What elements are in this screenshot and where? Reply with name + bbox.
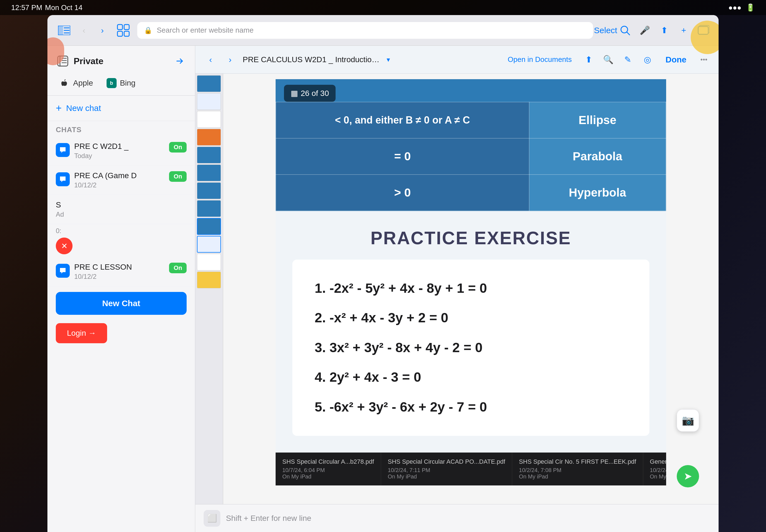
- ipad-frame: ‹ › 🔒 Search or enter website name Selec…: [47, 15, 719, 532]
- slide-thumb-11[interactable]: [197, 254, 221, 270]
- chat-title-1: PRE C W2D1 _: [74, 142, 165, 151]
- slide-thumb-1[interactable]: [197, 75, 221, 92]
- slide-thumb-12[interactable]: [197, 272, 221, 288]
- sidebar: Private: [47, 46, 195, 532]
- chat-icon-2: [56, 172, 70, 186]
- chat-title-4: PRE C LESSON: [74, 263, 165, 272]
- table-cell-conic-2: Parabola: [529, 138, 666, 175]
- slide-thumb-8[interactable]: [197, 200, 221, 217]
- svg-rect-6: [124, 25, 129, 30]
- more-options-button[interactable]: •••: [698, 53, 710, 66]
- equation-3: 3. 3x² + 3y² - 8x + 4y - 2 = 0: [315, 336, 627, 360]
- chat-item-3[interactable]: S Ad: [47, 195, 195, 224]
- wifi-icon: ●●●: [728, 3, 741, 12]
- share-doc-button[interactable]: ⬆: [582, 53, 596, 67]
- doc-title: PRE CALCULUS W2D1 _ Introduction to Co..…: [243, 55, 382, 64]
- delete-button[interactable]: ✕: [56, 238, 72, 254]
- doc-back-button[interactable]: ‹: [204, 53, 217, 67]
- status-bar: 12:57 PM Mon Oct 14 ●●● 🔋: [0, 0, 766, 15]
- status-date: Mon Oct 14: [45, 3, 82, 12]
- browser-controls: ‹ ›: [56, 23, 109, 37]
- search-doc-button[interactable]: 🔍: [601, 53, 615, 67]
- chat-item-2[interactable]: PRE CA (Game D 10/12/2 On: [47, 166, 195, 195]
- bing-favicon: b: [107, 78, 117, 88]
- doc-title-dropdown[interactable]: ▾: [387, 56, 390, 64]
- file-item-2[interactable]: SHS Special Circular ACAD PO...DATE.pdf …: [381, 453, 512, 485]
- on-badge-4: On: [169, 263, 187, 273]
- plus-icon: +: [56, 102, 62, 114]
- table-cell-condition-1: < 0, and either B ≠ 0 or A ≠ C: [276, 102, 529, 138]
- slide-thumb-7[interactable]: [197, 182, 221, 199]
- slide-thumb-4[interactable]: [197, 129, 221, 146]
- apple-tab[interactable]: Apple: [53, 74, 100, 93]
- chat-icon-4: [56, 264, 70, 278]
- new-chat-big-button[interactable]: New Chat: [56, 292, 187, 315]
- chat-meta-3: Ad: [56, 211, 187, 218]
- doc-title-area: PRE CALCULUS W2D1 _ Introduction to Co..…: [243, 55, 498, 64]
- timestamp-bar: 0:: [47, 224, 195, 238]
- ai-doc-button[interactable]: ◎: [641, 53, 654, 67]
- search-button[interactable]: [618, 23, 632, 37]
- slide-thumb-3[interactable]: [197, 111, 221, 128]
- file-item-4[interactable]: General Calendar for SY24-25,...docx.pdf…: [643, 453, 666, 485]
- on-badge-2: On: [169, 171, 187, 182]
- done-button[interactable]: Done: [660, 52, 692, 67]
- file-item-3[interactable]: SHS Special Cir No. 5 FIRST PE...EEK.pdf…: [512, 453, 643, 485]
- slide-thumb-10[interactable]: [197, 236, 221, 253]
- table-cell-condition-2: = 0: [276, 138, 529, 175]
- chat-meta-2: 10/12/2: [74, 181, 165, 189]
- table-slide: ▦ 26 of 30 < 0, and either B ≠ 0 or A ≠ …: [275, 79, 666, 211]
- chat-content-4: PRE C LESSON 10/12/2: [74, 263, 165, 280]
- chat-content-2: PRE CA (Game D 10/12/2: [74, 171, 165, 189]
- sidebar-toggle-button[interactable]: [56, 23, 72, 37]
- bing-tab[interactable]: b Bing: [100, 74, 142, 93]
- forward-button[interactable]: ›: [95, 23, 109, 37]
- slide-thumb-9[interactable]: [197, 218, 221, 235]
- url-bar: 🔒 Search or enter website name: [137, 22, 593, 39]
- send-fab-button[interactable]: ➤: [677, 465, 699, 487]
- equation-4: 4. 2y² + 4x - 3 = 0: [315, 365, 627, 389]
- file-item-1[interactable]: SHS Special Circular A...b278.pdf 10/7/2…: [275, 453, 381, 485]
- slide-thumb-2[interactable]: [197, 93, 221, 110]
- slide-thumb-6[interactable]: [197, 165, 221, 181]
- status-time: 12:57 PM: [11, 3, 42, 12]
- select-label: Select: [594, 26, 617, 35]
- chats-label: Chats: [56, 125, 82, 134]
- sidebar-close-button[interactable]: [173, 54, 187, 68]
- bottom-bar-attach-icon[interactable]: ⬜: [204, 510, 220, 527]
- open-in-docs-button[interactable]: Open in Documents: [503, 52, 576, 67]
- new-chat-item[interactable]: + New chat: [47, 96, 195, 121]
- sidebar-header: Private: [47, 46, 195, 71]
- mic-button[interactable]: 🎤: [638, 23, 652, 37]
- table-slide-wrapper: ▦ 26 of 30 < 0, and either B ≠ 0 or A ≠ …: [275, 79, 666, 211]
- login-area: Login →: [56, 323, 187, 343]
- tabs-grid-button[interactable]: [115, 23, 132, 37]
- apple-tab-label: Apple: [73, 79, 93, 88]
- svg-rect-8: [124, 31, 129, 36]
- login-button[interactable]: Login →: [56, 323, 107, 343]
- lock-icon: 🔒: [144, 26, 152, 34]
- on-badge-1: On: [169, 142, 187, 153]
- slide-thumb-5[interactable]: [197, 147, 221, 163]
- chat-meta-1: Today: [74, 152, 165, 160]
- svg-rect-5: [117, 25, 122, 30]
- main-content: Private: [47, 46, 719, 532]
- chat-item-1[interactable]: PRE C W2D1 _ Today On: [47, 136, 195, 166]
- edit-doc-button[interactable]: ✎: [621, 53, 635, 67]
- chat-title-2: PRE CA (Game D: [74, 171, 165, 180]
- chat-item-4[interactable]: PRE C LESSON 10/12/2 On: [47, 257, 195, 286]
- chat-content-1: PRE C W2D1 _ Today: [74, 142, 165, 160]
- add-tab-button[interactable]: +: [677, 23, 691, 37]
- table-row-2: = 0 Parabola: [276, 138, 666, 175]
- select-button[interactable]: Select: [599, 23, 613, 37]
- slides-panel: [195, 74, 223, 504]
- back-button[interactable]: ‹: [77, 23, 91, 37]
- doc-forward-button[interactable]: ›: [223, 53, 237, 67]
- equation-5: 5. -6x² + 3y² - 6x + 2y - 7 = 0: [315, 395, 627, 419]
- page-indicator: ▦ 26 of 30: [284, 85, 335, 102]
- camera-fab-button[interactable]: 📷: [677, 409, 699, 432]
- battery-icon: 🔋: [746, 3, 755, 12]
- bottom-bar: ⬜ Shift + Enter for new line: [195, 504, 719, 532]
- bing-tab-label: Bing: [120, 79, 136, 88]
- share-button[interactable]: ⬆: [657, 23, 671, 37]
